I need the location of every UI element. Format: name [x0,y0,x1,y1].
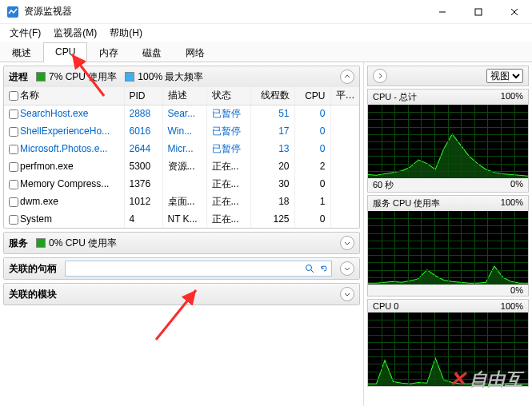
row-checkbox[interactable] [9,162,18,172]
services-section: 服务 0% CPU 使用率 [3,232,360,254]
svg-line-6 [311,270,314,273]
table-row[interactable]: System4NT K...正在...1250 [4,210,359,228]
minimize-button[interactable] [424,0,460,24]
search-icon[interactable] [302,264,317,273]
expand-button[interactable] [340,261,354,276]
handles-title: 关联的句柄 [9,262,57,276]
chart-title: CPU - 总计 [373,91,417,103]
chart-foot-right: 0% [510,285,523,295]
table-row[interactable]: ShellExperienceHo...6016Win...已暂停170 [4,122,359,140]
processes-title: 进程 [9,70,28,84]
close-button[interactable] [496,0,532,24]
row-checkbox[interactable] [9,109,18,119]
row-checkbox[interactable] [9,215,18,225]
row-checkbox[interactable] [9,180,18,189]
menu-help[interactable]: 帮助(H) [103,25,149,42]
right-header: 视图 [367,66,529,86]
table-row[interactable]: perfmon.exe5300资源...正在...202 [4,157,359,175]
handles-search-input[interactable] [66,263,302,274]
expand-button[interactable] [340,287,354,301]
chart-foot-right: 0% [510,179,523,191]
row-checkbox[interactable] [9,197,18,207]
handles-search-box [65,261,332,277]
handles-section: 关联的句柄 [3,257,360,280]
chart-body [368,105,528,178]
col-status[interactable]: 状态 [206,87,250,105]
view-select[interactable]: 视图 [486,69,523,83]
chart-box: CPU - 总计100% 60 秒0% [367,89,529,193]
chart-box: CPU 0100% [367,299,529,387]
menu-monitor[interactable]: 监视器(M) [47,25,103,42]
collapse-right-button[interactable] [373,69,387,83]
col-pid[interactable]: PID [124,87,162,105]
window-title: 资源监视器 [24,5,424,18]
row-checkbox[interactable] [9,145,18,154]
table-row[interactable]: dwm.exe1012桌面...正在...181 [4,193,359,210]
table-row[interactable]: SearchHost.exe2888Sear...已暂停510 [4,105,359,122]
chart-pct: 100% [501,197,523,209]
col-name[interactable]: 名称 [4,87,124,105]
cpu-usage-label: 7% CPU 使用率 [49,70,117,84]
menubar: 文件(F) 监视器(M) 帮助(H) [0,24,532,42]
chart-pct: 100% [501,91,523,103]
tab-network[interactable]: 网络 [174,42,217,62]
services-title: 服务 [9,237,28,250]
collapse-button[interactable] [340,70,354,84]
services-usage-label: 0% CPU 使用率 [49,237,117,250]
menu-file[interactable]: 文件(F) [3,25,47,42]
chart-pct: 100% [501,301,523,311]
expand-button[interactable] [340,236,354,250]
chart-foot-left: 60 秒 [373,179,394,191]
tab-bar: 概述 CPU 内存 磁盘 网络 [0,42,532,62]
cpu-freq-label: 100% 最大频率 [138,70,203,84]
tab-memory[interactable]: 内存 [87,42,130,62]
cpu-freq-swatch [125,72,134,82]
chart-title: 服务 CPU 使用率 [373,197,440,209]
col-desc[interactable]: 描述 [162,87,206,105]
processes-section: 进程 7% CPU 使用率 100% 最大频率 名称 PID 描述 状态 线程数… [3,66,360,229]
svg-rect-2 [475,9,482,15]
maximize-button[interactable] [460,0,496,24]
services-usage-swatch [36,238,46,248]
tab-disk[interactable]: 磁盘 [130,42,174,62]
col-threads[interactable]: 线程数 [250,87,294,105]
svg-point-5 [306,265,312,271]
table-row[interactable]: Microsoft.Photos.e...2644Micr...已暂停130 [4,140,359,157]
col-avg[interactable]: 平… [330,87,359,105]
chart-body [368,211,528,285]
chart-body [368,312,528,386]
cpu-usage-swatch [36,72,46,82]
col-cpu[interactable]: CPU [294,87,330,105]
process-table: 名称 PID 描述 状态 线程数 CPU 平… SearchHost.exe28… [4,87,359,228]
chart-box: 服务 CPU 使用率100% 0% [367,195,529,297]
tab-overview[interactable]: 概述 [0,42,43,62]
modules-section: 关联的模块 [3,283,360,305]
tab-cpu[interactable]: CPU [43,42,87,62]
app-icon [6,6,19,18]
table-row[interactable]: Memory Compress...1376正在...300 [4,175,359,193]
chart-title: CPU 0 [373,301,398,311]
select-all-checkbox[interactable] [9,91,18,101]
refresh-icon[interactable] [317,264,331,273]
modules-title: 关联的模块 [9,288,57,301]
row-checkbox[interactable] [9,127,18,137]
